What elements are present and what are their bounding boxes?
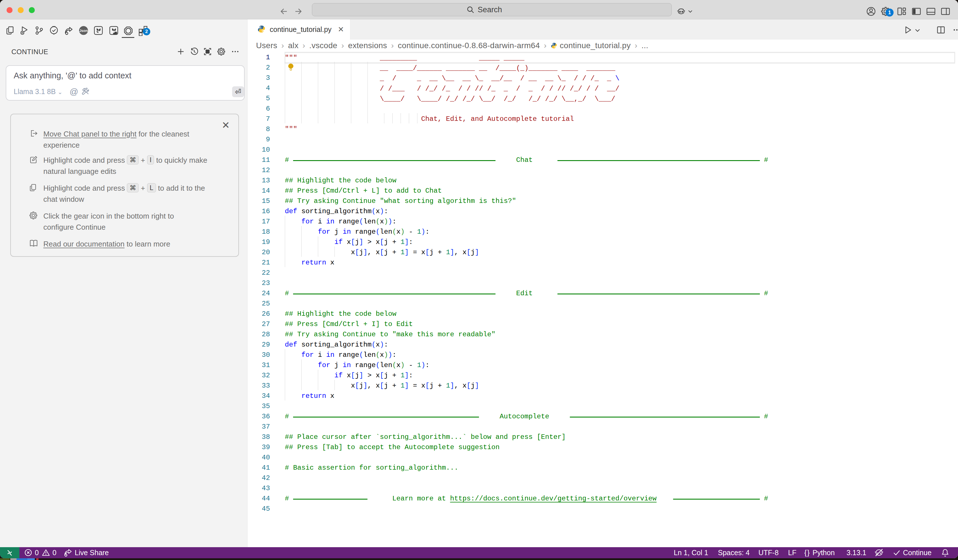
svg-text:Json: Json <box>79 29 87 33</box>
